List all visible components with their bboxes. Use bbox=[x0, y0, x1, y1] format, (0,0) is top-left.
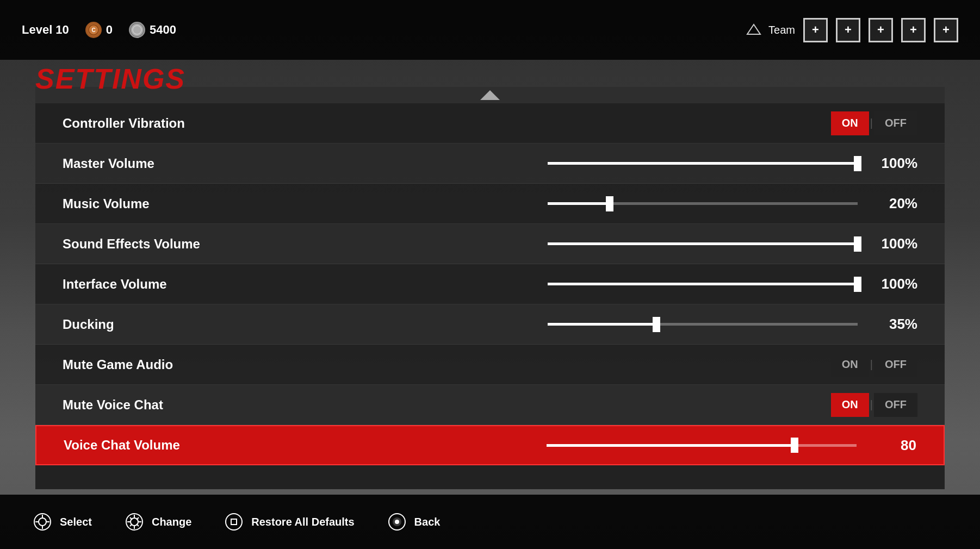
select-icon bbox=[33, 512, 52, 532]
svg-rect-22 bbox=[231, 519, 237, 525]
toggle-on-mute-voice[interactable]: ON bbox=[831, 393, 869, 417]
value-voice-chat-volume: 80 bbox=[867, 437, 916, 454]
pipe-mute-voice: | bbox=[870, 398, 873, 411]
label-ducking: Ducking bbox=[63, 317, 253, 332]
svg-line-18 bbox=[137, 524, 139, 526]
team-plus-btn-4[interactable]: + bbox=[901, 18, 926, 42]
change-label: Change bbox=[152, 516, 191, 528]
slider-track-voice-chat-volume[interactable] bbox=[547, 444, 857, 447]
currency2-item: 5400 bbox=[129, 22, 176, 38]
settings-rows: Controller Vibration ON | OFF Master Vol… bbox=[35, 103, 945, 489]
toggle-on-mute-game[interactable]: ON bbox=[831, 353, 869, 377]
team-label: Team bbox=[768, 24, 795, 36]
row-mute-voice-chat[interactable]: Mute Voice Chat ON | OFF bbox=[35, 385, 945, 425]
toggle-btn-mute-game[interactable]: ON | OFF bbox=[831, 353, 917, 377]
row-sound-effects-volume[interactable]: Sound Effects Volume 100% bbox=[35, 224, 945, 264]
bottom-item-back[interactable]: Back bbox=[387, 512, 441, 532]
toggle-on-vibration[interactable]: ON bbox=[831, 111, 869, 135]
level-label: Level 10 bbox=[22, 23, 69, 37]
slider-area-voice-chat-volume[interactable]: 80 bbox=[547, 437, 916, 454]
team-section: Team bbox=[746, 22, 795, 38]
team-plus-btn-5[interactable]: + bbox=[934, 18, 958, 42]
value-ducking: 35% bbox=[869, 316, 917, 333]
svg-point-21 bbox=[226, 514, 242, 530]
svg-text:C: C bbox=[91, 27, 95, 33]
team-plus-btn-2[interactable]: + bbox=[836, 18, 860, 42]
slider-thumb-master-volume[interactable] bbox=[854, 156, 861, 171]
slider-fill-interface-volume bbox=[548, 283, 858, 285]
slider-thumb-voice-chat-volume[interactable] bbox=[791, 438, 798, 453]
slider-track-sound-effects-volume[interactable] bbox=[548, 242, 858, 245]
change-icon bbox=[125, 512, 144, 532]
value-music-volume: 20% bbox=[869, 195, 917, 212]
silver-coin-icon bbox=[129, 22, 145, 38]
toggle-off-vibration[interactable]: OFF bbox=[874, 111, 917, 135]
pipe-mute-game: | bbox=[870, 358, 873, 371]
slider-area-ducking[interactable]: 35% bbox=[548, 316, 917, 333]
svg-marker-4 bbox=[747, 24, 760, 34]
slider-area-master-volume[interactable]: 100% bbox=[548, 155, 917, 172]
toggle-mute-game-audio[interactable]: ON | OFF bbox=[831, 353, 917, 377]
team-plus-btn-1[interactable]: + bbox=[803, 18, 828, 42]
slider-thumb-ducking[interactable] bbox=[653, 317, 660, 332]
label-mute-game-audio: Mute Game Audio bbox=[63, 357, 253, 372]
triangle-icon bbox=[746, 22, 762, 38]
slider-thumb-music-volume[interactable] bbox=[606, 196, 613, 211]
row-mute-game-audio[interactable]: Mute Game Audio ON | OFF bbox=[35, 345, 945, 385]
toggle-controller-vibration[interactable]: ON | OFF bbox=[831, 111, 917, 135]
settings-panel: Controller Vibration ON | OFF Master Vol… bbox=[35, 87, 945, 489]
toggle-off-mute-voice[interactable]: OFF bbox=[874, 393, 917, 417]
slider-thumb-interface-volume[interactable] bbox=[854, 277, 861, 292]
label-master-volume: Master Volume bbox=[63, 156, 253, 171]
svg-line-19 bbox=[137, 517, 139, 520]
settings-title: SETTINGS bbox=[35, 63, 185, 95]
top-left-info: Level 10 C 0 5400 bbox=[22, 22, 176, 38]
label-voice-chat-volume: Voice Chat Volume bbox=[64, 438, 254, 453]
slider-fill-voice-chat-volume bbox=[547, 444, 795, 447]
svg-point-25 bbox=[395, 520, 399, 524]
restore-label: Restore All Defaults bbox=[251, 516, 354, 528]
row-interface-volume[interactable]: Interface Volume 100% bbox=[35, 264, 945, 304]
bottom-item-select[interactable]: Select bbox=[33, 512, 92, 532]
row-voice-chat-volume[interactable]: Voice Chat Volume 80 bbox=[35, 425, 945, 465]
slider-area-music-volume[interactable]: 20% bbox=[548, 195, 917, 212]
currency1-item: C 0 bbox=[85, 22, 113, 38]
toggle-mute-voice-chat[interactable]: ON | OFF bbox=[831, 393, 917, 417]
restore-icon bbox=[224, 512, 244, 532]
toggle-btn-vibration[interactable]: ON | OFF bbox=[831, 111, 917, 135]
row-controller-vibration[interactable]: Controller Vibration ON | OFF bbox=[35, 103, 945, 144]
slider-track-ducking[interactable] bbox=[548, 323, 858, 326]
pipe-vibration: | bbox=[870, 117, 873, 129]
back-icon bbox=[387, 512, 407, 532]
slider-fill-ducking bbox=[548, 323, 656, 326]
svg-line-17 bbox=[130, 517, 132, 520]
row-master-volume[interactable]: Master Volume 100% bbox=[35, 144, 945, 184]
toggle-btn-mute-voice[interactable]: ON | OFF bbox=[831, 393, 917, 417]
currency1-value: 0 bbox=[106, 23, 113, 37]
slider-thumb-sound-effects-volume[interactable] bbox=[854, 236, 861, 252]
slider-track-music-volume[interactable] bbox=[548, 202, 858, 205]
row-ducking[interactable]: Ducking 35% bbox=[35, 304, 945, 345]
slider-area-sound-effects-volume[interactable]: 100% bbox=[548, 235, 917, 252]
slider-track-interface-volume[interactable] bbox=[548, 283, 858, 285]
currency2-value: 5400 bbox=[150, 23, 176, 37]
team-plus-btn-3[interactable]: + bbox=[869, 18, 893, 42]
value-interface-volume: 100% bbox=[869, 276, 917, 292]
arrow-up-icon bbox=[480, 90, 500, 100]
toggle-off-mute-game[interactable]: OFF bbox=[874, 353, 917, 377]
label-interface-volume: Interface Volume bbox=[63, 277, 253, 292]
back-label: Back bbox=[414, 516, 441, 528]
bronze-coin-icon: C bbox=[85, 22, 102, 38]
slider-fill-music-volume bbox=[548, 202, 610, 205]
top-right-section: Team + + + + + bbox=[746, 18, 958, 42]
bottom-item-restore[interactable]: Restore All Defaults bbox=[224, 512, 354, 532]
row-music-volume[interactable]: Music Volume 20% bbox=[35, 184, 945, 224]
slider-track-master-volume[interactable] bbox=[548, 162, 858, 165]
slider-area-interface-volume[interactable]: 100% bbox=[548, 276, 917, 292]
svg-point-6 bbox=[39, 518, 46, 526]
value-sound-effects-volume: 100% bbox=[869, 235, 917, 252]
bottom-item-change[interactable]: Change bbox=[125, 512, 191, 532]
label-mute-voice-chat: Mute Voice Chat bbox=[63, 397, 253, 413]
bottom-bar: Select Change Restore bbox=[0, 495, 980, 549]
label-sound-effects-volume: Sound Effects Volume bbox=[63, 236, 253, 252]
